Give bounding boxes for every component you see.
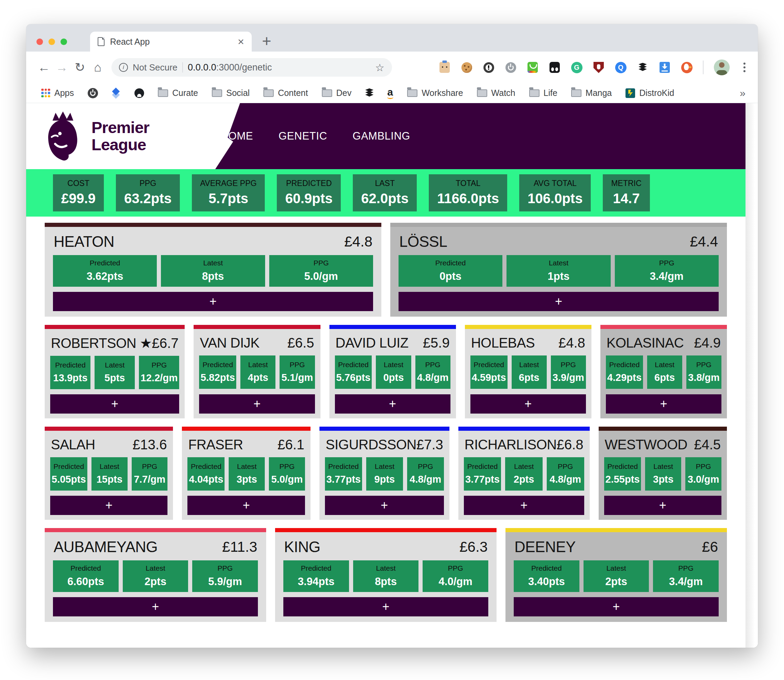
team-stat-tile: PREDICTED60.9pts	[277, 174, 341, 211]
bookmark-label: Manga	[586, 88, 612, 98]
dl-glyph	[660, 62, 670, 73]
add-player-button[interactable]: +	[53, 292, 373, 311]
add-player-button[interactable]: +	[464, 496, 584, 515]
close-tab-icon[interactable]: ×	[238, 36, 244, 47]
tile-value: 1pts	[508, 270, 609, 283]
honey-extension-icon[interactable]	[439, 61, 450, 73]
scrollbar-gutter	[746, 103, 758, 648]
tile-value: 3.94pts	[285, 576, 348, 588]
nav-link-gambling[interactable]: GAMBLING	[353, 130, 410, 142]
bookmark-content[interactable]: Content	[263, 88, 308, 98]
add-player-button[interactable]: +	[199, 394, 315, 414]
player-stat-tile: PPG12.2/gm	[139, 356, 179, 389]
nav-link-genetic[interactable]: GENETIC	[279, 130, 327, 142]
bookmark-power[interactable]	[88, 88, 98, 98]
add-player-button[interactable]: +	[283, 597, 488, 616]
stat-value: £99.9	[61, 191, 96, 206]
forward-button[interactable]: →	[53, 60, 71, 75]
new-tab-button[interactable]: +	[262, 33, 271, 49]
bookmark-github[interactable]	[134, 88, 144, 98]
security-label: Not Secure	[133, 62, 178, 73]
nav-link-home[interactable]: HOME	[220, 130, 253, 142]
bookmarks-overflow-button[interactable]: »	[740, 87, 746, 99]
add-player-button[interactable]: +	[398, 292, 719, 311]
tile-label: PPG	[687, 463, 720, 471]
address-bar[interactable]: i Not Secure 0.0.0.0:3000/genetic ☆	[112, 58, 392, 77]
bitmoji-extension-icon[interactable]	[527, 61, 538, 73]
add-player-button[interactable]: +	[606, 394, 721, 414]
add-player-button[interactable]: +	[50, 496, 167, 515]
player-name: KOLASINAC	[606, 335, 683, 351]
add-player-button[interactable]: +	[50, 394, 179, 414]
stat-value: 14.7	[611, 191, 641, 206]
add-player-button[interactable]: +	[514, 597, 719, 616]
add-player-button[interactable]: +	[53, 597, 258, 616]
add-player-button[interactable]: +	[335, 394, 450, 414]
cookie-extension-icon[interactable]	[461, 61, 472, 73]
stat-tiles: Predicted3.94ptsLatest8ptsPPG4.0/gm	[283, 560, 488, 592]
bookmark-curate[interactable]: Curate	[158, 88, 198, 98]
reload-button[interactable]: ↻	[71, 60, 89, 75]
q-extension-icon[interactable]: Q	[615, 61, 627, 73]
card-header: ROBERTSON★£6.7	[51, 335, 178, 351]
tile-value: 3.9/gm	[552, 372, 584, 383]
bookmark-apps[interactable]: Apps	[41, 88, 74, 98]
back-button[interactable]: ←	[35, 60, 53, 75]
home-button[interactable]: ⌂	[89, 60, 107, 75]
bookmark-manga[interactable]: Manga	[571, 88, 612, 98]
premier-league-lion-icon	[41, 109, 85, 163]
dark-glyph	[549, 62, 560, 73]
layer-chevron	[639, 68, 647, 71]
player-price: £4.8	[344, 233, 372, 250]
browser-tab[interactable]: React App ×	[90, 31, 252, 52]
dark-extension-icon[interactable]	[549, 61, 560, 73]
add-player-button[interactable]: +	[325, 496, 444, 515]
apps-dot	[41, 95, 44, 98]
g-extension-icon[interactable]: G	[571, 61, 582, 73]
bookmark-social[interactable]: Social	[212, 88, 250, 98]
bookmark-distrokid[interactable]: DistroKid	[625, 88, 674, 98]
dl-extension-icon[interactable]	[659, 61, 671, 73]
player-price: £4.4	[690, 233, 718, 250]
shield-extension-icon[interactable]	[593, 61, 605, 73]
power-extension-icon[interactable]	[505, 61, 516, 73]
profile-avatar[interactable]	[714, 60, 730, 75]
layers-extension-icon[interactable]	[637, 61, 649, 73]
bookmark-star-icon[interactable]: ☆	[375, 61, 384, 74]
tile-value: 4.59pts	[472, 372, 506, 383]
add-player-button[interactable]: +	[187, 496, 305, 515]
bookmark-dropbox[interactable]	[112, 88, 121, 98]
bookmark-life[interactable]: Life	[529, 88, 557, 98]
bookmark-workshare[interactable]: Workshare	[407, 88, 463, 98]
minimize-window-button[interactable]	[49, 38, 55, 45]
stat-label: LAST	[361, 179, 408, 188]
tile-label: Latest	[93, 463, 126, 471]
apps-dot	[45, 92, 47, 94]
add-player-button[interactable]: +	[604, 496, 721, 515]
tile-label: PPG	[133, 463, 167, 471]
bookmark-dev[interactable]: Dev	[322, 88, 351, 98]
info-icon[interactable]: i	[119, 63, 128, 72]
player-stat-tile: Predicted5.82pts	[199, 356, 236, 389]
bookmark-amazon[interactable]: a	[387, 87, 394, 99]
card-header: HOLEBAS£4.8	[471, 335, 585, 351]
tile-value: 9pts	[368, 474, 401, 485]
player-stat-tile: PPG5.0/gm	[269, 457, 305, 491]
tile-label: Latest	[368, 463, 401, 471]
tile-label: PPG	[552, 360, 584, 369]
browser-window: React App × + ← → ↻ ⌂ i Not Secure 0.0.0…	[26, 24, 758, 648]
player-name: SALAH	[51, 437, 95, 452]
zoom-window-button[interactable]	[60, 38, 67, 45]
stat-tiles: Predicted13.9ptsLatest5ptsPPG12.2/gm	[50, 356, 179, 389]
card-header: SALAH£13.6	[51, 437, 167, 452]
add-player-button[interactable]: +	[471, 394, 586, 414]
duck-extension-icon[interactable]	[681, 61, 693, 73]
browser-menu-icon[interactable]	[743, 66, 746, 68]
bookmark-watch[interactable]: Watch	[477, 88, 515, 98]
player-stat-tile: PPG5.0/gm	[269, 255, 373, 287]
one-extension-icon[interactable]	[483, 61, 494, 73]
bookmark-layers[interactable]	[365, 90, 373, 97]
close-window-button[interactable]	[36, 38, 43, 45]
team-stat-tile: METRIC14.7	[603, 174, 650, 211]
tile-label: Latest	[513, 360, 545, 369]
